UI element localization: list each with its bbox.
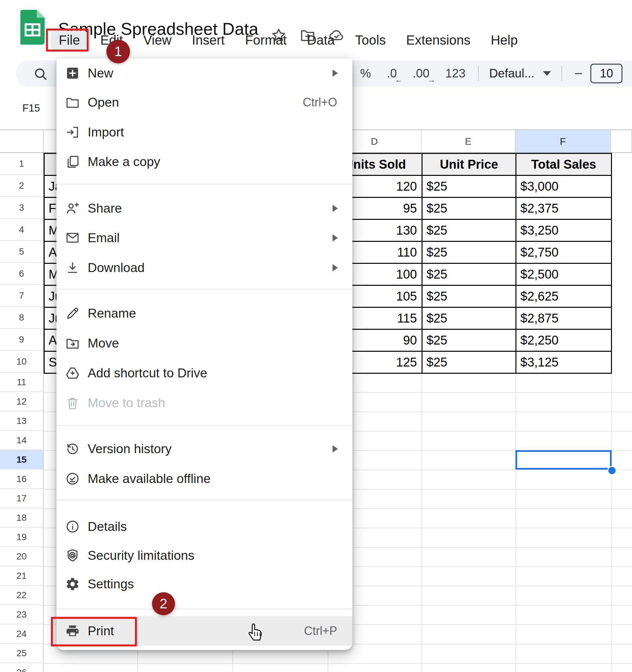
row-header-15[interactable]: 15	[0, 450, 44, 470]
table-cell[interactable]: $25	[423, 286, 516, 308]
menu-item-import[interactable]: Import	[56, 118, 352, 147]
row-header-7[interactable]: 7	[0, 285, 44, 307]
column-header-E[interactable]: E	[422, 130, 515, 153]
menubar-item-view[interactable]: View	[135, 31, 179, 50]
increase-decimal-arrow-icon: →	[427, 75, 435, 84]
table-cell[interactable]: $25	[423, 176, 516, 198]
menu-item-label: Make a copy	[88, 154, 160, 169]
menu-item-label: Download	[88, 261, 144, 275]
folder-move-icon	[65, 336, 80, 351]
table-cell[interactable]: $3,250	[516, 220, 612, 242]
column-header-F[interactable]: F	[515, 130, 611, 153]
decrease-decimal-button[interactable]: .0 ←	[379, 67, 405, 80]
table-cell[interactable]: $3,000	[516, 176, 612, 198]
menubar-item-data[interactable]: Data	[299, 31, 343, 50]
row-header-19[interactable]: 19	[0, 528, 44, 547]
menu-item-details[interactable]: Details	[56, 512, 352, 542]
email-icon	[65, 230, 80, 245]
row-header-11[interactable]: 11	[0, 373, 44, 392]
row-header-26[interactable]: 26	[0, 663, 44, 672]
offline-pin-icon	[65, 471, 80, 486]
menu-item-rename[interactable]: Rename	[56, 298, 352, 328]
menu-item-label: Email	[88, 231, 120, 245]
new-document-icon	[65, 66, 80, 81]
menu-item-label: Import	[88, 125, 124, 140]
menu-item-version-history[interactable]: Version history	[56, 434, 352, 464]
table-cell[interactable]: $25	[423, 352, 516, 374]
selected-cell-F15[interactable]	[515, 450, 612, 470]
file-menu-dropdown: NewOpenCtrl+OImportMake a copyShareEmail…	[56, 58, 352, 650]
row-header-10[interactable]: 10	[0, 351, 44, 373]
menubar-item-format[interactable]: Format	[237, 31, 295, 50]
table-cell[interactable]: $2,625	[516, 286, 612, 308]
table-header-cell[interactable]: Unit Price	[423, 154, 516, 176]
table-header-cell[interactable]: Total Sales	[516, 154, 612, 176]
row-header-17[interactable]: 17	[0, 489, 44, 508]
row-header-9[interactable]: 9	[0, 329, 44, 351]
fill-handle[interactable]	[607, 466, 616, 475]
menu-item-share[interactable]: Share	[56, 194, 352, 223]
row-header-2[interactable]: 2	[0, 175, 44, 197]
submenu-arrow-icon	[333, 445, 338, 453]
menubar-item-extensions[interactable]: Extensions	[398, 31, 478, 50]
table-cell[interactable]: $25	[423, 198, 516, 220]
row-header-16[interactable]: 16	[0, 470, 44, 489]
menu-item-new[interactable]: New	[56, 58, 352, 88]
menu-item-email[interactable]: Email	[56, 223, 352, 253]
font-size-input[interactable]: 10	[590, 64, 623, 83]
menu-item-label: Version history	[88, 442, 172, 456]
row-header-22[interactable]: 22	[0, 586, 44, 605]
menu-item-move[interactable]: Move	[56, 329, 352, 358]
table-cell[interactable]: $2,500	[516, 264, 612, 286]
row-header-24[interactable]: 24	[0, 624, 44, 644]
table-cell[interactable]: $2,250	[516, 330, 612, 352]
table-cell[interactable]: $25	[423, 330, 516, 352]
menu-item-make-available-offline[interactable]: Make available offline	[56, 464, 352, 494]
row-header-8[interactable]: 8	[0, 307, 44, 329]
row-header-1[interactable]: 1	[0, 153, 44, 175]
menubar-item-insert[interactable]: Insert	[184, 31, 232, 50]
row-header-21[interactable]: 21	[0, 566, 44, 586]
menu-item-move-to-trash[interactable]: Move to trash	[56, 388, 352, 418]
rename-pencil-icon	[65, 306, 80, 321]
menubar-item-tools[interactable]: Tools	[347, 31, 394, 50]
row-header-5[interactable]: 5	[0, 241, 44, 263]
row-header-4[interactable]: 4	[0, 219, 44, 241]
row-header-25[interactable]: 25	[0, 644, 44, 663]
percent-format-button[interactable]: %	[352, 67, 379, 80]
table-cell[interactable]: $25	[423, 242, 516, 264]
table-cell[interactable]: $3,125	[516, 352, 612, 374]
table-cell[interactable]: $25	[423, 220, 516, 242]
menu-item-make-a-copy[interactable]: Make a copy	[56, 147, 352, 176]
row-header-20[interactable]: 20	[0, 547, 44, 566]
table-cell[interactable]: $2,375	[516, 198, 612, 220]
row-header-14[interactable]: 14	[0, 431, 44, 450]
menu-item-download[interactable]: Download	[56, 253, 352, 283]
table-cell[interactable]: $2,875	[516, 308, 612, 330]
row-header-18[interactable]: 18	[0, 508, 44, 528]
row-header-12[interactable]: 12	[0, 392, 44, 411]
column-header-partial[interactable]	[611, 130, 632, 153]
menu-item-shortcut: Ctrl+O	[303, 95, 337, 109]
table-cell[interactable]: $25	[423, 308, 516, 330]
table-cell[interactable]: $2,750	[516, 242, 612, 264]
row-header-6[interactable]: 6	[0, 263, 44, 285]
row-header-3[interactable]: 3	[0, 197, 44, 219]
folder-open-icon	[65, 95, 80, 110]
more-formats-button[interactable]: 123	[437, 67, 473, 80]
menu-item-add-shortcut-to-drive[interactable]: Add shortcut to Drive	[56, 358, 352, 388]
name-box[interactable]: F15	[13, 87, 49, 129]
increase-decimal-button[interactable]: .00 →	[405, 67, 437, 80]
select-all-corner[interactable]	[0, 130, 44, 153]
row-header-23[interactable]: 23	[0, 605, 44, 624]
menubar-item-help[interactable]: Help	[483, 31, 525, 50]
menu-item-settings[interactable]: Settings	[56, 569, 352, 599]
font-family-dropdown[interactable]: Defaul...	[483, 67, 557, 80]
row-header-13[interactable]: 13	[0, 411, 44, 431]
menu-item-open[interactable]: OpenCtrl+O	[56, 88, 352, 117]
search-icon[interactable]	[33, 66, 49, 82]
table-cell[interactable]: $25	[423, 264, 516, 286]
download-icon	[65, 260, 80, 275]
decrease-font-size-button[interactable]: −	[567, 66, 591, 81]
menu-item-security-limitations[interactable]: Security limitations	[56, 541, 352, 570]
